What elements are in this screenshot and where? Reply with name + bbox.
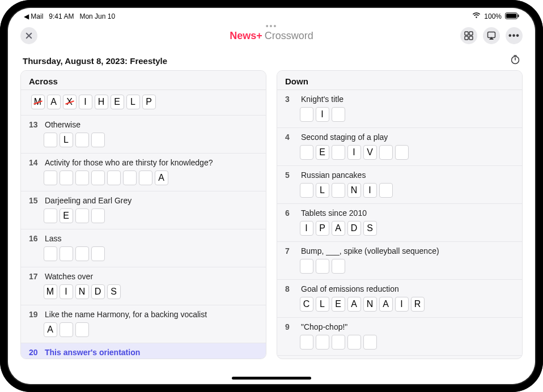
answer-cell[interactable]: R (411, 297, 425, 312)
answer-cell[interactable]: A (44, 322, 57, 337)
answer-cells: IPADS (300, 221, 514, 236)
answer-cell[interactable]: X (63, 95, 77, 109)
answer-cell[interactable] (60, 246, 73, 261)
answer-cell[interactable] (379, 183, 393, 198)
answer-cell[interactable] (60, 171, 73, 185)
answer-cell[interactable] (300, 183, 313, 198)
down-clue[interactable]: 7Bump, ___, spike (volleyball sequence) (277, 242, 522, 280)
answer-cell[interactable]: A (347, 297, 361, 312)
answer-cell[interactable]: I (79, 95, 92, 109)
answer-cell[interactable]: L (126, 95, 140, 109)
answer-cell[interactable]: N (75, 284, 89, 299)
answer-cell[interactable] (300, 335, 313, 350)
across-list[interactable]: MAXIHELP13OtherwiseL14Activity for those… (21, 90, 266, 359)
answer-cell[interactable] (300, 259, 313, 274)
answer-cell[interactable] (75, 208, 89, 223)
answer-cell[interactable] (363, 335, 377, 350)
answer-cell[interactable]: I (300, 221, 313, 236)
answer-cell[interactable]: S (363, 221, 377, 236)
answer-cell[interactable]: E (60, 208, 73, 223)
answer-cell[interactable] (75, 322, 89, 337)
timer-button[interactable] (510, 54, 520, 67)
answer-cell[interactable] (44, 133, 57, 147)
airplay-button[interactable] (483, 27, 500, 44)
answer-cell[interactable] (139, 171, 152, 185)
answer-cell[interactable] (91, 246, 105, 261)
across-clue[interactable]: 14Activity for those who are thirsty for… (21, 154, 266, 191)
puzzle-date-title: Thursday, August 8, 2023: Freestyle (23, 56, 167, 66)
answer-cell[interactable] (107, 171, 121, 185)
down-list[interactable]: 3Knight's titleI4Second staging of a pla… (277, 90, 522, 359)
answer-cell[interactable]: E (111, 95, 124, 109)
answer-cell[interactable]: A (155, 171, 168, 185)
answer-cell[interactable] (332, 107, 345, 122)
answer-cell[interactable] (332, 145, 345, 160)
answer-cell[interactable]: E (332, 297, 345, 312)
answer-cell[interactable]: P (142, 95, 156, 109)
answer-cell[interactable] (75, 171, 89, 185)
answer-cell[interactable]: H (95, 95, 108, 109)
answer-cell[interactable]: I (316, 107, 329, 122)
answer-cell[interactable]: D (347, 221, 361, 236)
answer-cell[interactable] (44, 208, 57, 223)
answer-cell[interactable]: I (395, 297, 409, 312)
grid-view-button[interactable] (460, 27, 477, 44)
more-button[interactable]: ••• (506, 27, 523, 44)
answer-cell[interactable] (91, 171, 105, 185)
answer-cell[interactable]: N (363, 297, 377, 312)
answer-cell[interactable]: D (91, 284, 105, 299)
answer-cell[interactable]: L (60, 133, 73, 147)
answer-cell[interactable]: I (60, 284, 73, 299)
down-clue[interactable]: 8Goal of emissions reductionCLEANAIR (277, 280, 522, 318)
answer-cell[interactable]: L (316, 297, 329, 312)
down-clue[interactable]: 6Tablets since 2010IPADS (277, 204, 522, 242)
down-clue[interactable]: 9"Chop-chop!" (277, 318, 522, 356)
across-clue[interactable]: MAXIHELP (21, 90, 266, 116)
answer-cell[interactable]: V (363, 145, 377, 160)
across-clue[interactable]: 19Like the name Harmony, for a backing v… (21, 305, 266, 343)
answer-cell[interactable] (91, 208, 105, 223)
across-clue[interactable]: 15Darjeeling and Earl GreyE (21, 191, 266, 229)
answer-cell[interactable] (60, 322, 73, 337)
back-to-app[interactable]: ◀ Mail (24, 12, 43, 20)
answer-cell[interactable]: E (316, 145, 329, 160)
answer-cell[interactable] (332, 183, 345, 198)
answer-cell[interactable] (44, 171, 57, 185)
across-clue[interactable]: 17Watches overMINDS (21, 267, 266, 305)
answer-cell[interactable] (332, 335, 345, 350)
answer-cell[interactable] (316, 335, 329, 350)
answer-cell[interactable]: P (316, 221, 329, 236)
close-button[interactable] (20, 27, 37, 44)
answer-cell[interactable] (44, 246, 57, 261)
answer-cell[interactable]: I (347, 145, 361, 160)
answer-cell[interactable]: A (47, 95, 61, 109)
answer-cell[interactable] (347, 335, 361, 350)
answer-cell[interactable] (332, 259, 345, 274)
answer-cell[interactable] (75, 133, 89, 147)
down-clue[interactable]: 5Russian pancakesLNI (277, 166, 522, 204)
answer-cell[interactable] (123, 171, 137, 185)
answer-cell[interactable]: L (316, 183, 329, 198)
answer-cell[interactable]: M (31, 95, 45, 109)
answer-cell[interactable]: S (107, 284, 121, 299)
across-clue[interactable]: 20This answer's orientationACROSS (21, 343, 266, 359)
answer-cell[interactable] (75, 246, 89, 261)
answer-cell[interactable]: I (363, 183, 377, 198)
down-clue[interactable]: 3Knight's titleI (277, 90, 522, 128)
answer-cells: MINDS (44, 284, 258, 299)
answer-cell[interactable]: A (332, 221, 345, 236)
home-indicator[interactable] (232, 377, 311, 380)
answer-cell[interactable] (300, 145, 313, 160)
answer-cell[interactable]: A (379, 297, 393, 312)
answer-cell[interactable] (300, 107, 313, 122)
down-clue[interactable]: 4Second staging of a playEIV (277, 128, 522, 166)
answer-cell[interactable] (379, 145, 393, 160)
answer-cell[interactable] (395, 145, 409, 160)
across-clue[interactable]: 16Lass (21, 229, 266, 267)
answer-cell[interactable] (91, 133, 105, 147)
answer-cell[interactable] (316, 259, 329, 274)
answer-cell[interactable]: C (300, 297, 313, 312)
answer-cell[interactable]: M (44, 284, 57, 299)
answer-cell[interactable]: N (347, 183, 361, 198)
across-clue[interactable]: 13OtherwiseL (21, 116, 266, 154)
